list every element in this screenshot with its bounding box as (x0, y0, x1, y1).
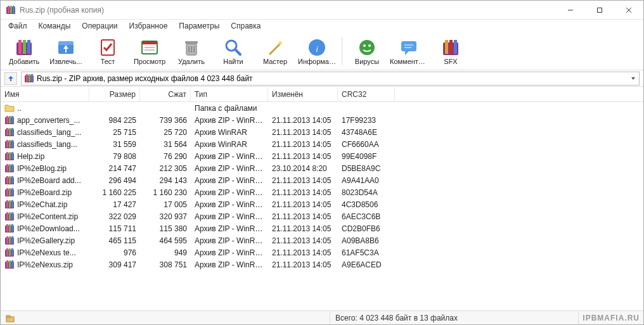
svg-rect-80 (9, 224, 11, 232)
file-size: 17 427 (89, 200, 140, 210)
svg-rect-31 (401, 41, 416, 51)
file-packed: 76 290 (140, 151, 191, 162)
svg-rect-5 (598, 8, 602, 12)
svg-rect-81 (11, 224, 13, 232)
chevron-down-icon[interactable] (630, 75, 636, 82)
tool-label: Тест (101, 58, 115, 65)
col-name[interactable]: Имя (1, 87, 89, 101)
archive-icon (4, 224, 15, 234)
svg-rect-64 (9, 176, 11, 184)
file-type: Архив ZIP - WinRAR (191, 260, 268, 270)
archive-icon (4, 236, 15, 246)
file-crc: CF6660AA (338, 139, 395, 150)
tool-virus[interactable]: Вирусы (347, 34, 387, 69)
folder-icon (4, 103, 15, 113)
table-row[interactable]: classifieds_lang_...25 71525 720Архив Wi… (1, 126, 643, 138)
path-field[interactable]: Rus.zip - ZIP архив, размер исходных фай… (21, 72, 640, 86)
tool-label: Мастер (263, 58, 287, 65)
tool-find[interactable]: Найти (214, 34, 253, 69)
file-type: Папка с файлами (191, 103, 268, 113)
up-button[interactable] (4, 72, 17, 85)
window-root: Rus.zip (пробная копия) ФайлКомандыОпера… (0, 0, 644, 325)
file-name: IP%2eBoard.zip (17, 188, 72, 197)
close-button[interactable] (614, 1, 643, 19)
col-packed[interactable]: Сжат (140, 87, 191, 101)
menu-item[interactable]: Операции (77, 20, 122, 32)
svg-rect-52 (9, 140, 11, 148)
archive-icon (4, 163, 15, 174)
table-row[interactable]: IP%2eNexus te...976949Архив ZIP - WinRAR… (1, 246, 643, 258)
minimize-button[interactable] (556, 1, 585, 19)
comment-icon (399, 37, 419, 58)
table-row[interactable]: IP%2eChat.zip17 42717 005Архив ZIP - Win… (1, 198, 643, 210)
file-crc: 61AF5C3A (338, 248, 395, 258)
tool-info[interactable]: iИнформация (297, 34, 337, 69)
svg-rect-40 (29, 74, 30, 82)
file-list[interactable]: Имя Размер Сжат Тип Изменён CRC32 ..Папк… (1, 87, 643, 310)
file-crc: A09BA8B6 (338, 236, 395, 246)
maximize-button[interactable] (585, 1, 614, 19)
tool-test[interactable]: Тест (88, 34, 127, 69)
table-row[interactable]: IP%2eDownload...115 711115 380Архив ZIP … (1, 222, 643, 234)
tool-extract[interactable]: Извлечь... (46, 34, 86, 69)
archive-icon (4, 175, 15, 186)
menu-item[interactable]: Избранное (124, 20, 173, 32)
svg-rect-36 (449, 40, 453, 54)
table-row[interactable]: IP%2eBoard add...296 494294 143Архив ZIP… (1, 174, 643, 186)
file-name: Help.zip (17, 152, 44, 161)
file-packed: 115 380 (140, 224, 191, 234)
table-row[interactable]: Help.zip79 80876 290Архив ZIP - WinRAR21… (1, 150, 643, 162)
svg-rect-65 (11, 176, 13, 184)
col-modified[interactable]: Изменён (268, 87, 338, 101)
col-type[interactable]: Тип (191, 87, 268, 101)
status-icon (6, 314, 15, 322)
file-packed: 294 143 (140, 175, 191, 186)
table-row[interactable]: IP%2eNexus.zip309 417308 751Архив ZIP - … (1, 258, 643, 271)
toolbar: ДобавитьИзвлечь...ТестПросмотрУдалитьНай… (1, 32, 643, 70)
col-size[interactable]: Размер (89, 87, 140, 101)
tool-wizard[interactable]: Мастер (255, 34, 295, 69)
tool-comment[interactable]: Комментарий (389, 34, 428, 69)
file-type: Архив WinRAR (191, 139, 268, 150)
file-type: Архив ZIP - WinRAR (191, 236, 268, 246)
tool-sfx[interactable]: SFX (431, 34, 470, 69)
svg-rect-63 (6, 176, 8, 184)
file-modified: 21.11.2013 14:05 (268, 224, 338, 234)
svg-rect-79 (6, 224, 8, 232)
svg-rect-93 (11, 260, 13, 268)
tool-delete[interactable]: Удалить (172, 34, 211, 69)
menu-item[interactable]: Справка (226, 20, 266, 32)
svg-rect-95 (6, 315, 10, 317)
table-row[interactable]: IP%2eBoard.zip1 160 2251 160 230Архив ZI… (1, 186, 643, 198)
file-type: Архив ZIP - WinRAR (191, 200, 268, 210)
svg-rect-89 (11, 248, 13, 256)
archive-icon (4, 260, 15, 270)
table-row[interactable]: app_converters_...984 225739 366Архив ZI… (1, 114, 643, 126)
file-size: 296 494 (89, 175, 140, 186)
svg-rect-44 (9, 116, 11, 124)
file-type: Архив ZIP - WinRAR (191, 115, 268, 125)
menu-item[interactable]: Параметры (174, 20, 224, 32)
file-packed: 739 366 (140, 115, 191, 125)
tool-label: Извлечь... (49, 58, 82, 65)
tool-add[interactable]: Добавить (4, 34, 44, 69)
table-row[interactable]: IP%2eBlog.zip214 747212 305Архив ZIP - W… (1, 162, 643, 174)
tool-label: Добавить (9, 58, 40, 65)
table-row[interactable]: classifieds_lang...31 55931 564Архив Win… (1, 138, 643, 150)
app-icon (6, 5, 16, 15)
table-row-parent[interactable]: ..Папка с файлами (1, 102, 643, 114)
svg-rect-88 (9, 248, 11, 256)
menu-item[interactable]: Команды (34, 20, 76, 32)
file-size: 1 160 225 (89, 188, 140, 198)
table-row[interactable]: IP%2eContent.zip322 029320 937Архив ZIP … (1, 210, 643, 222)
tool-view[interactable]: Просмотр (130, 34, 169, 69)
table-row[interactable]: IP%2eGallery.zip465 115464 595Архив ZIP … (1, 234, 643, 246)
file-crc: 4C3D8506 (338, 200, 395, 210)
svg-rect-67 (6, 188, 8, 196)
file-modified: 21.11.2013 14:05 (268, 248, 338, 258)
archive-icon (4, 212, 15, 222)
menu-item[interactable]: Файл (3, 20, 32, 32)
col-crc[interactable]: CRC32 (338, 87, 395, 101)
file-size: 309 417 (89, 260, 140, 270)
extract-icon (56, 37, 76, 58)
